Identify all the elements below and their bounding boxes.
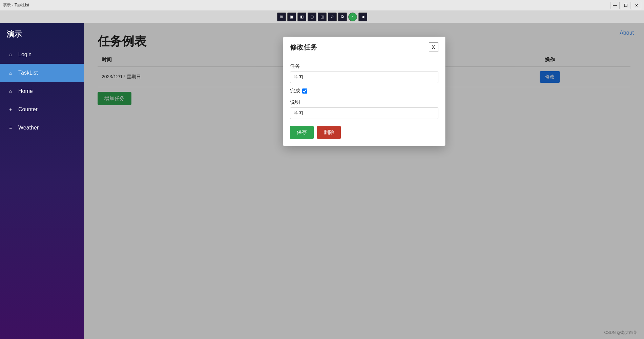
modal-title: 修改任务 [290,43,317,52]
save-button[interactable]: 保存 [290,126,314,139]
modal-dialog: 修改任务 X 任务 完成 说明 保存 删除 [283,37,445,146]
delete-button[interactable]: 删除 [317,126,341,139]
toolbar: ⊞ ▣ ◧ ▢ ◫ ⊙ ✪ ✓ ◀ [0,11,644,23]
toolbar-icon-6[interactable]: ⊙ [328,13,337,21]
toolbar-icon-2[interactable]: ▣ [287,13,296,21]
completed-checkbox[interactable] [302,88,307,94]
home-icon: ⌂ [7,51,14,58]
modal-overlay: 修改任务 X 任务 完成 说明 保存 删除 [84,23,644,339]
main-content: About 任务例表 时间 说明 操作 2023/12/17 星期日 学习 修改 [84,23,644,339]
desc-field-label: 说明 [290,99,438,105]
sidebar-item-tasklist[interactable]: ⌂ TaskList [0,64,84,82]
title-bar: 演示 - TaskList — ☐ ✕ [0,0,644,11]
app-title: 演示 [0,23,84,45]
sidebar-item-login[interactable]: ⌂ Login [0,45,84,64]
modal-actions: 保存 删除 [290,126,438,139]
desc-input[interactable] [290,107,438,119]
toolbar-icon-3[interactable]: ◧ [297,13,306,21]
plus-icon: + [7,106,14,113]
sidebar-item-tasklist-label: TaskList [18,70,38,76]
completed-label: 完成 [290,88,300,94]
sidebar-item-counter-label: Counter [18,106,38,113]
toolbar-icon-1[interactable]: ⊞ [277,13,286,21]
maximize-button[interactable]: ☐ [621,2,630,9]
app-container: 演示 ⌂ Login ⌂ TaskList ⌂ Home + Counter ≡… [0,23,644,339]
minimize-button[interactable]: — [610,2,620,9]
sidebar-item-weather[interactable]: ≡ Weather [0,119,84,137]
modal-close-button[interactable]: X [429,42,438,52]
window-controls: — ☐ ✕ [610,2,641,9]
tasklist-icon: ⌂ [7,69,14,77]
sidebar-item-home-label: Home [18,88,33,94]
task-input[interactable] [290,72,438,83]
close-button[interactable]: ✕ [632,2,641,9]
toolbar-icon-back[interactable]: ◀ [358,13,367,21]
home2-icon: ⌂ [7,87,14,95]
completed-row: 完成 [290,88,438,94]
toolbar-icon-check[interactable]: ✓ [348,13,357,21]
toolbar-icon-5[interactable]: ◫ [318,13,327,21]
modal-body: 任务 完成 说明 保存 删除 [283,56,445,146]
sidebar-item-login-label: Login [18,52,32,58]
toolbar-icon-4[interactable]: ▢ [308,13,316,21]
weather-icon: ≡ [7,124,14,132]
sidebar-item-weather-label: Weather [18,125,39,131]
sidebar: 演示 ⌂ Login ⌂ TaskList ⌂ Home + Counter ≡… [0,23,84,339]
modal-header: 修改任务 X [283,37,445,56]
toolbar-icon-7[interactable]: ✪ [338,13,347,21]
task-field-label: 任务 [290,63,438,69]
title-bar-text: 演示 - TaskList [3,2,29,8]
sidebar-item-home[interactable]: ⌂ Home [0,82,84,100]
sidebar-item-counter[interactable]: + Counter [0,100,84,119]
